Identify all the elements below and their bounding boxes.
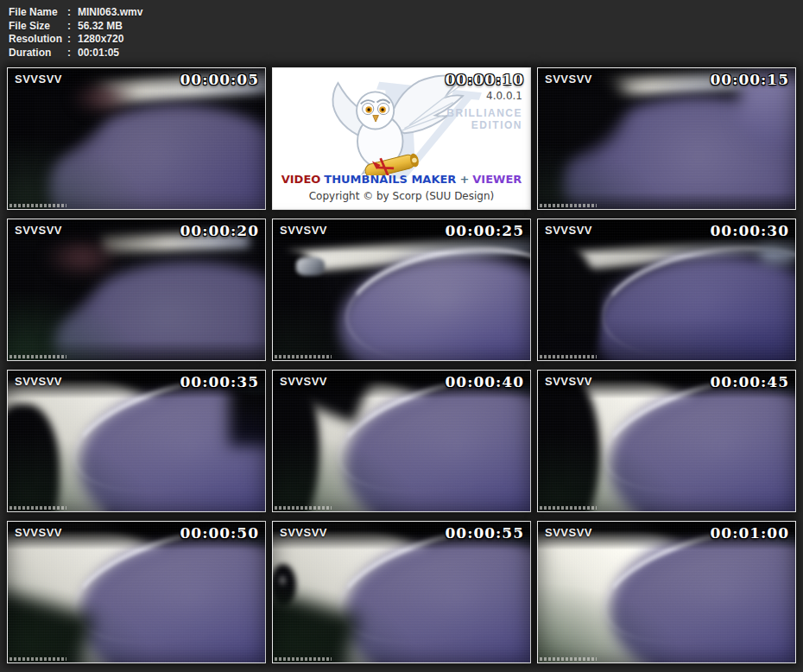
separator: : bbox=[67, 47, 78, 60]
video-frame-image bbox=[273, 219, 530, 360]
timestamp-overlay: 00:00:30 bbox=[710, 222, 789, 239]
scene-dark-silhouette bbox=[273, 248, 330, 360]
scene-bowl-shape bbox=[595, 256, 795, 360]
logo-thumbnail[interactable]: V bbox=[272, 67, 531, 210]
scene-extra-shape bbox=[296, 257, 325, 276]
duration-label: Duration bbox=[9, 47, 67, 60]
video-thumbnail-frame[interactable]: SVVSVV 00:00:40 bbox=[272, 370, 531, 512]
scene-bowl-shape bbox=[54, 262, 265, 360]
scene-bowl-shape bbox=[610, 530, 795, 662]
file-name-row: File Name:MINI063.wmv bbox=[9, 6, 142, 20]
scene-color-tint bbox=[8, 371, 265, 511]
resolution-value: 1280x720 bbox=[78, 33, 123, 47]
edition-line2: EDITION bbox=[446, 119, 522, 131]
scene-bowl-shape bbox=[79, 384, 265, 511]
watermark-overlay: SVVSVV bbox=[280, 375, 327, 388]
video-frame-image bbox=[538, 522, 795, 662]
scene-bowl-shape bbox=[345, 536, 530, 662]
timestamp-overlay: 00:00:40 bbox=[445, 373, 524, 390]
app-title-video: VIDEO bbox=[281, 173, 321, 186]
watermark-overlay: SVVSVV bbox=[545, 375, 592, 388]
duration-row: Duration:00:01:05 bbox=[9, 47, 142, 60]
timestamp-overlay: 00:00:20 bbox=[180, 222, 259, 239]
scene-rim-highlight bbox=[60, 371, 265, 511]
app-title: VIDEOTHUMBNAILS MAKER+VIEWER bbox=[273, 173, 530, 186]
app-title-viewer: VIEWER bbox=[472, 173, 522, 186]
edition-label: BRILLIANCE EDITION bbox=[446, 107, 522, 131]
video-thumbnail-frame[interactable]: SVVSVV 00:00:55 bbox=[272, 521, 531, 663]
scene-dark-silhouette bbox=[8, 404, 60, 511]
video-thumbnail-frame[interactable]: SVVSVV 00:00:35 bbox=[7, 370, 266, 512]
video-frame-image bbox=[538, 371, 795, 511]
file-size-row: File Size:56.32 MB bbox=[9, 20, 142, 34]
version-label: 4.0.0.1 bbox=[486, 90, 522, 102]
scene-bowl-shape bbox=[345, 384, 530, 511]
watermark-overlay: SVVSVV bbox=[15, 526, 62, 539]
timestamp-overlay: 00:00:25 bbox=[445, 222, 524, 239]
scene-bowl-shape bbox=[610, 384, 795, 511]
timestamp-overlay: 00:00:50 bbox=[180, 524, 259, 542]
watermark-overlay: SVVSVV bbox=[545, 526, 592, 539]
video-thumbnail-frame[interactable]: SVVSVV 00:00:25 bbox=[272, 219, 531, 361]
scene-highlight-band bbox=[538, 522, 706, 662]
scene-rim-highlight bbox=[591, 371, 795, 511]
scene-color-tint bbox=[273, 219, 530, 360]
video-thumbnail-frame[interactable]: SVVSVV 00:00:05 bbox=[7, 67, 266, 210]
scene-bowl-shape bbox=[564, 97, 795, 209]
scene-rim-highlight bbox=[591, 522, 795, 662]
datetime-stamp bbox=[275, 657, 332, 661]
scene-color-tint bbox=[538, 371, 795, 511]
video-frame-image bbox=[8, 371, 265, 511]
scene-color-tint bbox=[273, 371, 530, 511]
video-frame-image bbox=[538, 68, 795, 209]
scene-color-tint bbox=[273, 522, 530, 662]
video-frame-image bbox=[273, 522, 530, 662]
video-frame-image bbox=[8, 68, 265, 209]
scene-extra-shape bbox=[70, 79, 136, 116]
datetime-stamp bbox=[275, 506, 332, 510]
video-thumbnail-frame[interactable]: SVVSVV 00:00:15 bbox=[537, 67, 796, 210]
video-thumbnail-frame[interactable]: SVVSVV 00:00:50 bbox=[7, 521, 266, 663]
timestamp-overlay: 00:00:15 bbox=[710, 71, 789, 88]
file-name-label: File Name bbox=[9, 6, 67, 20]
duration-value: 00:01:05 bbox=[78, 47, 119, 60]
video-thumbnail-frame[interactable]: SVVSVV 00:00:20 bbox=[7, 219, 266, 361]
scene-color-tint bbox=[8, 219, 265, 360]
datetime-stamp bbox=[540, 506, 597, 510]
datetime-stamp bbox=[540, 204, 597, 207]
resolution-row: Resolution:1280x720 bbox=[9, 33, 142, 47]
edition-line1: BRILLIANCE bbox=[446, 107, 522, 119]
scene-rim-highlight bbox=[60, 522, 265, 662]
separator: : bbox=[67, 33, 78, 47]
scene-extra-shape bbox=[44, 237, 121, 279]
scene-bowl-shape bbox=[339, 256, 530, 360]
scene-color-tint bbox=[538, 522, 795, 662]
watermark-overlay: SVVSVV bbox=[15, 375, 62, 388]
file-name-value: MINI063.wmv bbox=[78, 6, 142, 20]
scene-extra-shape bbox=[273, 586, 359, 662]
scene-color-tint bbox=[538, 68, 795, 209]
app-title-thumbnails-maker: THUMBNAILS MAKER bbox=[324, 173, 456, 186]
video-thumbnail-frame[interactable]: SVVSVV 00:01:00 bbox=[537, 521, 796, 663]
watermark-overlay: SVVSVV bbox=[15, 224, 62, 237]
scene-highlight-band bbox=[538, 371, 697, 511]
scene-highlight-band bbox=[273, 371, 432, 511]
video-frame-image bbox=[8, 522, 265, 662]
scene-dark-silhouette bbox=[538, 371, 600, 511]
watermark-overlay: SVVSVV bbox=[280, 526, 327, 539]
file-size-label: File Size bbox=[9, 20, 67, 34]
video-frame-image bbox=[538, 219, 795, 360]
video-thumbnail-frame[interactable]: SVVSVV 00:00:30 bbox=[537, 219, 796, 361]
scene-color-tint bbox=[538, 219, 795, 360]
scene-rim-highlight bbox=[592, 229, 795, 360]
scene-bowl-shape bbox=[49, 105, 265, 209]
scene-extra-shape bbox=[8, 586, 94, 662]
video-thumbnail-frame[interactable]: SVVSVV 00:00:45 bbox=[537, 370, 796, 512]
scene-rim-highlight bbox=[326, 371, 530, 511]
scene-highlight-band bbox=[273, 522, 432, 662]
timestamp-overlay: 00:00:35 bbox=[180, 373, 259, 390]
video-frame-image bbox=[8, 219, 265, 360]
scene-dark-silhouette bbox=[538, 239, 600, 360]
video-frame-image bbox=[273, 371, 530, 511]
datetime-stamp bbox=[9, 204, 66, 207]
